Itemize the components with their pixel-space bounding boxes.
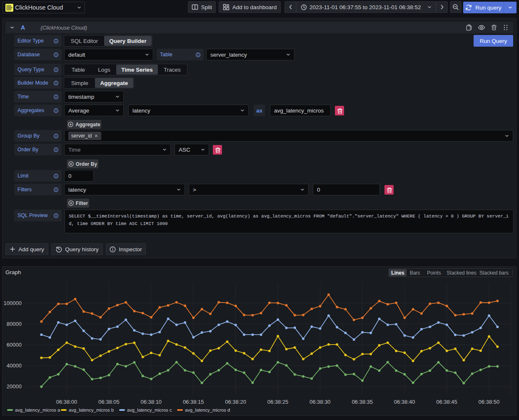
svg-text:80000: 80000	[7, 321, 22, 327]
svg-text:06:38:05: 06:38:05	[98, 399, 120, 405]
svg-text:06:38:15: 06:38:15	[183, 399, 204, 405]
svg-text:06:38:10: 06:38:10	[140, 399, 162, 405]
svg-text:60000: 60000	[7, 342, 22, 348]
svg-text:06:38:50: 06:38:50	[479, 399, 500, 405]
svg-text:06:38:40: 06:38:40	[394, 399, 415, 405]
svg-text:100000: 100000	[4, 300, 22, 306]
svg-text:06:38:00: 06:38:00	[56, 399, 77, 405]
svg-text:06:38:25: 06:38:25	[267, 399, 289, 405]
svg-text:40000: 40000	[7, 362, 22, 369]
svg-text:06:38:35: 06:38:35	[352, 399, 373, 405]
svg-text:06:38:45: 06:38:45	[436, 399, 457, 405]
svg-text:06:38:20: 06:38:20	[225, 399, 246, 405]
svg-text:20000: 20000	[7, 383, 22, 390]
svg-text:06:38:30: 06:38:30	[309, 399, 331, 405]
